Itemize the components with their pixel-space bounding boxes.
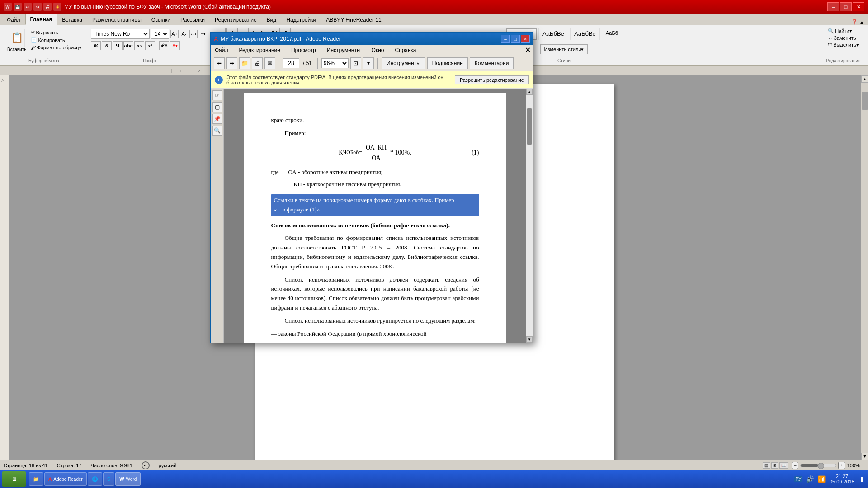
tray-show-desktop-icon[interactable]: ▮	[858, 475, 866, 483]
pdf-doc-area[interactable]: краю строки. Пример: КЧОБоб = ОА–КП ОА *…	[224, 89, 526, 343]
minimize-button[interactable]: –	[827, 2, 839, 11]
pdf-back-button[interactable]: ⬅	[214, 57, 225, 69]
taskbar-app-adobe-reader[interactable]: A Adobe Reader	[44, 472, 87, 486]
pdf-sign-button[interactable]: Подписание	[427, 57, 468, 69]
font-name-select[interactable]: Times New Ro	[91, 29, 150, 39]
pdf-page-input[interactable]	[283, 58, 299, 68]
pdf-annotation-tool[interactable]: 📌	[212, 114, 222, 124]
pdf-zoom-fit-button[interactable]: ⊡	[350, 57, 361, 69]
style-heading1[interactable]: АаБбВе	[538, 28, 568, 40]
tab-review[interactable]: Рецензирование	[210, 14, 262, 25]
scroll-track[interactable]	[861, 83, 868, 453]
subscript-button[interactable]: х₂	[134, 41, 144, 50]
pdf-scroll-up-btn[interactable]: ▲	[526, 89, 533, 95]
tab-file[interactable]: Файл	[2, 14, 25, 25]
start-button[interactable]: ⊞	[2, 471, 26, 487]
cut-button[interactable]: ✂Вырезать	[30, 29, 82, 36]
web-layout-btn[interactable]: ⊞	[771, 462, 778, 469]
print-layout-btn[interactable]: ▤	[763, 462, 770, 469]
superscript-button[interactable]: х²	[145, 41, 155, 50]
tab-references[interactable]: Ссылки	[146, 14, 175, 25]
tray-network-icon[interactable]: 📶	[818, 475, 826, 483]
zoom-out-btn[interactable]: –	[792, 462, 798, 469]
select-button[interactable]: ⬚Выделить▾	[828, 42, 859, 48]
pdf-zoom-select[interactable]: 96%	[321, 58, 349, 68]
paste-button[interactable]: 📋 Вставить	[5, 28, 28, 53]
word-vertical-scrollbar[interactable]: ▲ ▼	[861, 75, 868, 460]
pdf-allow-edit-button[interactable]: Разрешить редактирование	[455, 75, 529, 84]
spell-check-icon[interactable]: ✓	[142, 461, 150, 469]
font-size-decrease-button[interactable]: A-	[180, 30, 188, 38]
underline-button[interactable]: Ч	[113, 41, 123, 50]
pdf-hand-tool[interactable]: ☞	[212, 90, 222, 100]
pdf-menu-window[interactable]: Окно	[370, 46, 386, 54]
italic-button[interactable]: К	[102, 41, 112, 50]
tray-ru-icon[interactable]: РУ	[794, 475, 802, 483]
pdf-menu-help[interactable]: Справка	[393, 46, 418, 54]
pdf-scroll-handle[interactable]	[527, 108, 532, 145]
format-painter-button[interactable]: 🖌Формат по образцу	[30, 44, 82, 51]
pdf-comments-button[interactable]: Комментарии	[470, 57, 514, 69]
taskbar-app-file-manager[interactable]: 📁	[29, 472, 43, 486]
tab-abbyy[interactable]: ABBYY FineReader 11	[321, 14, 387, 25]
scroll-thumb[interactable]	[862, 92, 868, 110]
strikethrough-button[interactable]: аbc	[123, 41, 133, 50]
scroll-up-button[interactable]: ▲	[861, 75, 868, 83]
ribbon-help-icon[interactable]: ❓	[851, 19, 858, 25]
style-heading3[interactable]: АаБб	[602, 28, 622, 40]
taskbar-app-word[interactable]: W Word	[115, 472, 141, 486]
replace-button[interactable]: ↔Заменить	[828, 35, 856, 41]
tab-home[interactable]: Главная	[25, 14, 57, 25]
zoom-slider[interactable]	[800, 464, 836, 467]
pdf-maximize-button[interactable]: □	[511, 35, 520, 43]
redo-icon[interactable]: ↪	[33, 3, 42, 11]
font-color-button[interactable]: A▾	[170, 41, 180, 50]
pdf-menu-view[interactable]: Просмотр	[289, 46, 318, 54]
left-sidebar-icon1[interactable]: ▷	[1, 77, 8, 84]
pdf-email-button[interactable]: ✉	[264, 57, 275, 69]
copy-button[interactable]: 📄Копировать	[30, 37, 82, 43]
taskbar-clock[interactable]: 21:27 05.09.2018	[830, 474, 854, 484]
pdf-scrollbar[interactable]: ▲ ▼	[526, 89, 533, 343]
maximize-button[interactable]: □	[840, 2, 852, 11]
quick-print-icon[interactable]: ⚡	[53, 3, 61, 11]
clear-format-button[interactable]: Аа	[189, 30, 198, 38]
font-size-increase-button[interactable]: A+	[170, 30, 179, 38]
pdf-tools-button[interactable]: Инструменты	[382, 57, 425, 69]
pdf-menu-edit[interactable]: Редактирование	[237, 46, 282, 54]
zoom-in-btn[interactable]: +	[838, 462, 845, 469]
find-button[interactable]: 🔍Найти▾	[828, 28, 852, 34]
font-size-select[interactable]: 14	[151, 29, 169, 39]
bold-button[interactable]: Ж	[91, 41, 101, 50]
taskbar-app-browser[interactable]: 🌐	[88, 472, 102, 486]
scroll-down-button[interactable]: ▼	[861, 453, 868, 460]
close-button[interactable]: ✕	[853, 2, 864, 11]
pdf-scroll-down-btn[interactable]: ▼	[526, 336, 533, 343]
text-highlight-button[interactable]: 🖊A	[159, 41, 169, 50]
zoom-adjust-btn[interactable]: –	[862, 463, 864, 468]
tab-mailings[interactable]: Рассылки	[175, 14, 210, 25]
undo-icon[interactable]: ↩	[24, 3, 32, 11]
tab-page-layout[interactable]: Разметка страницы	[87, 14, 146, 25]
pdf-forward-button[interactable]: ➡	[226, 57, 237, 69]
pdf-menu-tools[interactable]: Инструменты	[325, 46, 363, 54]
pdf-minimize-button[interactable]: –	[501, 35, 510, 43]
pdf-close-button[interactable]: ✕	[521, 35, 530, 43]
print-icon[interactable]: 🖨	[43, 3, 52, 11]
pdf-close-x[interactable]: ✕	[525, 46, 531, 54]
tab-addins[interactable]: Надстройки	[281, 14, 321, 25]
ribbon-minimize-icon[interactable]: ▲	[859, 19, 864, 25]
pdf-menu-file[interactable]: Файл	[213, 46, 230, 54]
taskbar-app-skype[interactable]: S	[103, 472, 114, 486]
pdf-select-tool[interactable]: ▢	[212, 102, 222, 112]
pdf-zoom-options-button[interactable]: ▾	[363, 57, 374, 69]
pdf-open-button[interactable]: 📁	[239, 57, 250, 69]
pdf-print-button[interactable]: 🖨	[252, 57, 263, 69]
reading-layout-btn[interactable]: 📖	[779, 462, 788, 469]
tab-insert[interactable]: Вставка	[57, 14, 87, 25]
tray-sound-icon[interactable]: 🔊	[806, 475, 814, 483]
style-heading2[interactable]: АаБбВе	[570, 28, 600, 40]
tab-view[interactable]: Вид	[262, 14, 282, 25]
pdf-zoom-tool[interactable]: 🔍	[212, 126, 222, 136]
pdf-scroll-area[interactable]	[526, 95, 533, 336]
